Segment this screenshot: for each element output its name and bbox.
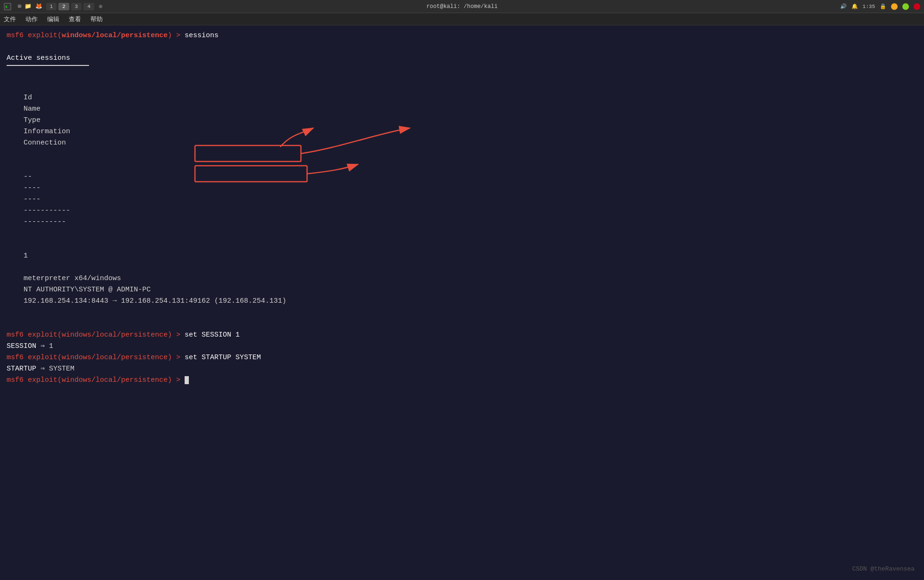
terminal-body[interactable]: msf6 exploit(windows/local/persistence) … [0, 25, 924, 580]
col-type-header: Type [24, 115, 127, 126]
sep-name: ---- [24, 183, 61, 194]
prompt-4: msf6 exploit(windows/local/persistence) … [7, 376, 185, 384]
titlebar: $ ⊞ 📁 🦊 1 2 3 4 ⊕ root@kali: /home/kali … [0, 0, 924, 13]
col-id-header: Id [24, 92, 47, 104]
tab-1[interactable]: 1 [46, 3, 57, 10]
minimize-button[interactable] [891, 3, 898, 10]
table-header-row: Id Name Type Information Connection [7, 81, 917, 160]
result-session: SESSION ⇒ 1 [7, 341, 917, 352]
menubar: 文件 动作 编辑 查看 帮助 [0, 13, 924, 25]
tab-extra: ⊕ [99, 3, 103, 10]
command-sessions: msf6 exploit(windows/local/persistence) … [7, 30, 917, 41]
sep-type: ---- [24, 194, 127, 205]
titlebar-tabs: ⊞ 📁 🦊 1 2 3 4 ⊕ [18, 3, 103, 10]
sep-info: ----------- [24, 205, 174, 217]
col-info-header: Information [24, 126, 174, 137]
close-button[interactable] [914, 3, 920, 10]
col-conn-header: Connection [24, 139, 66, 147]
titlebar-left: $ ⊞ 📁 🦊 1 2 3 4 ⊕ [4, 3, 103, 10]
prompt-3: msf6 exploit(windows/local/persistence) … [7, 354, 185, 362]
final-prompt: msf6 exploit(windows/local/persistence) … [7, 375, 917, 386]
result-startup: STARTUP ⇒ SYSTEM [7, 363, 917, 375]
table-row-1: 1 meterpreter x64/windows NT AUTHORITY\S… [7, 239, 917, 318]
sep-id: -- [24, 171, 47, 183]
section-underline [7, 65, 89, 66]
spacer-2 [7, 70, 917, 81]
section-title: Active sessions [7, 53, 917, 64]
cell-info-1: NT AUTHORITY\SYSTEM @ ADMIN-PC [24, 284, 174, 296]
cmd-set-startup: set STARTUP SYSTEM [185, 354, 261, 362]
watermark: CSDN @theRavensea [852, 565, 915, 572]
tab-2[interactable]: 2 [58, 3, 69, 10]
spacer-3 [7, 318, 917, 330]
titlebar-right: 🔊 🔔 1:35 🔒 [840, 3, 920, 10]
prompt-1: msf6 exploit(windows/local/persistence) … [7, 32, 185, 40]
clock: 1:35 [863, 4, 875, 9]
menu-action[interactable]: 动作 [25, 15, 38, 24]
window-title: root@kali: /home/kali [426, 3, 497, 10]
cmd-sessions: sessions [185, 32, 219, 40]
cursor [185, 376, 189, 384]
taskbar-icons: ⊞ 📁 🦊 [18, 3, 42, 10]
menu-view[interactable]: 查看 [69, 15, 81, 24]
terminal-icon: $ [4, 3, 11, 10]
menu-edit[interactable]: 编辑 [47, 15, 59, 24]
cell-type-1: meterpreter x64/windows [24, 273, 127, 284]
command-set-session: msf6 exploit(windows/local/persistence) … [7, 330, 917, 341]
bell-icon: 🔔 [851, 3, 858, 9]
cell-id-1: 1 [24, 250, 47, 262]
spacer-1 [7, 41, 917, 53]
lock-icon: 🔒 [880, 3, 886, 9]
menu-help[interactable]: 帮助 [90, 15, 103, 24]
menu-file[interactable]: 文件 [4, 15, 16, 24]
sep-conn: ---------- [24, 218, 66, 226]
tab-4[interactable]: 4 [83, 3, 94, 10]
volume-icon: 🔊 [840, 3, 847, 9]
prompt-2: msf6 exploit(windows/local/persistence) … [7, 331, 185, 339]
tab-3[interactable]: 3 [71, 3, 82, 10]
cell-conn-1: 192.168.254.134:8443 → 192.168.254.131:4… [24, 297, 286, 305]
maximize-button[interactable] [902, 3, 909, 10]
col-name-header: Name [24, 104, 61, 115]
cmd-set-session: set SESSION 1 [185, 331, 240, 339]
svg-text:$: $ [5, 5, 8, 9]
command-set-startup: msf6 exploit(windows/local/persistence) … [7, 352, 917, 363]
table-separator: -- ---- ---- ----------- ---------- [7, 160, 917, 239]
